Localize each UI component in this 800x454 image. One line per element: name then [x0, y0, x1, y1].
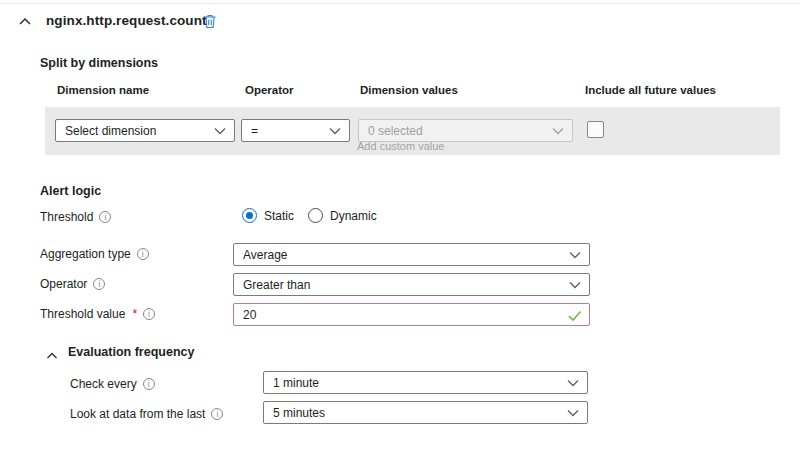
aggregation-type-label-row: Aggregation type i	[40, 247, 149, 261]
threshold-static-label: Static	[264, 209, 294, 223]
info-icon[interactable]: i	[137, 248, 149, 260]
threshold-value-input[interactable]	[233, 303, 590, 326]
signal-name-title: nginx.http.request.count	[46, 13, 207, 28]
threshold-static-radio[interactable]: Static	[242, 208, 294, 223]
threshold-label: Threshold	[40, 210, 93, 224]
operator-dropdown-value: Greater than	[243, 278, 563, 292]
split-by-dimensions-heading: Split by dimensions	[40, 56, 158, 70]
threshold-dynamic-radio[interactable]: Dynamic	[308, 208, 377, 223]
chevron-down-icon	[567, 409, 579, 417]
column-header-dimension-name: Dimension name	[57, 84, 149, 96]
collapse-evaluation-chevron-icon[interactable]	[46, 347, 58, 357]
collapse-signal-chevron-icon[interactable]	[18, 14, 32, 26]
evaluation-frequency-heading: Evaluation frequency	[68, 345, 194, 359]
radio-unselected-icon	[308, 208, 323, 223]
dimension-operator-dropdown[interactable]: =	[241, 119, 350, 142]
operator-dropdown[interactable]: Greater than	[233, 273, 590, 296]
chevron-down-icon	[214, 127, 226, 135]
aggregation-type-dropdown[interactable]: Average	[233, 243, 590, 266]
lookback-dropdown[interactable]: 5 minutes	[263, 401, 588, 424]
chevron-down-icon	[569, 251, 581, 259]
operator-label: Operator	[40, 277, 87, 291]
add-custom-value-link: Add custom value	[357, 140, 444, 152]
info-icon[interactable]: i	[99, 211, 111, 223]
top-divider	[0, 3, 800, 4]
metric-alert-condition-panel: nginx.http.request.count Split by dimens…	[0, 0, 800, 454]
column-header-include-future-values: Include all future values	[585, 84, 716, 96]
dimension-name-dropdown-value: Select dimension	[65, 124, 208, 138]
check-every-label: Check every	[70, 377, 137, 391]
chevron-down-icon	[569, 281, 581, 289]
dimension-values-dropdown-value: 0 selected	[368, 124, 546, 138]
check-every-label-row: Check every i	[70, 377, 155, 391]
info-icon[interactable]: i	[93, 278, 105, 290]
dimension-values-dropdown: 0 selected	[358, 119, 573, 142]
required-asterisk: *	[132, 307, 137, 321]
info-icon[interactable]: i	[143, 378, 155, 390]
info-icon[interactable]: i	[143, 308, 155, 320]
aggregation-type-label: Aggregation type	[40, 247, 131, 261]
check-every-dropdown[interactable]: 1 minute	[263, 371, 588, 394]
info-icon[interactable]: i	[211, 408, 223, 420]
alert-logic-heading: Alert logic	[40, 184, 101, 198]
check-every-dropdown-value: 1 minute	[273, 376, 561, 390]
chevron-down-icon	[567, 379, 579, 387]
chevron-down-icon	[329, 127, 341, 135]
column-header-dimension-values: Dimension values	[360, 84, 458, 96]
dimension-name-dropdown[interactable]: Select dimension	[55, 119, 235, 142]
valid-check-icon	[568, 308, 582, 320]
delete-condition-button[interactable]	[201, 12, 219, 30]
threshold-type-radio-group: Static Dynamic	[242, 208, 377, 223]
column-header-operator: Operator	[245, 84, 294, 96]
trash-icon	[203, 13, 217, 29]
lookback-label-row: Look at data from the last i	[70, 407, 223, 421]
lookback-label: Look at data from the last	[70, 407, 205, 421]
operator-label-row: Operator i	[40, 277, 105, 291]
aggregation-type-dropdown-value: Average	[243, 248, 563, 262]
threshold-value-label-row: Threshold value * i	[40, 307, 155, 321]
threshold-label-row: Threshold i	[40, 210, 111, 224]
chevron-down-icon	[552, 127, 564, 135]
dimension-operator-dropdown-value: =	[251, 124, 323, 138]
lookback-dropdown-value: 5 minutes	[273, 406, 561, 420]
radio-selected-icon	[242, 208, 257, 223]
threshold-value-label: Threshold value	[40, 307, 125, 321]
threshold-dynamic-label: Dynamic	[330, 209, 377, 223]
include-future-values-checkbox[interactable]	[587, 121, 604, 138]
